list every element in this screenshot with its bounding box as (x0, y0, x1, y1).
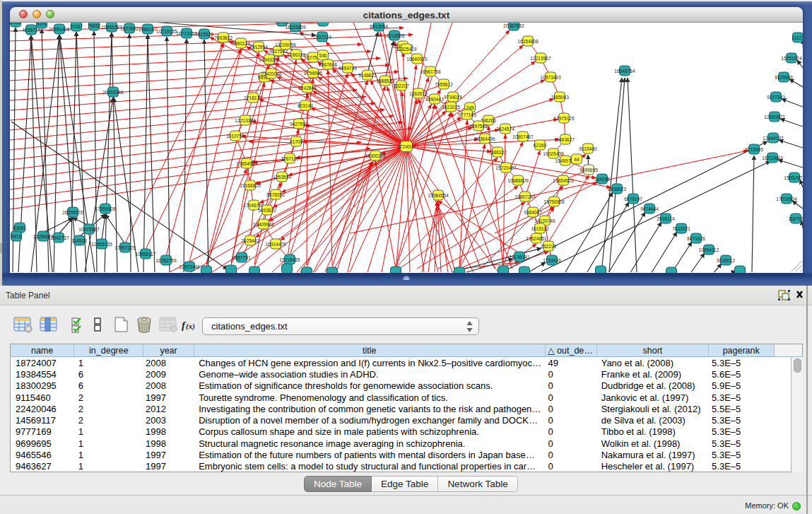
svg-text:11123: 11123 (792, 35, 803, 40)
svg-text:12213383: 12213383 (235, 118, 256, 123)
svg-text:8960124: 8960124 (232, 41, 250, 46)
svg-text:11325419: 11325419 (396, 47, 417, 52)
svg-text:20053346: 20053346 (102, 90, 124, 95)
svg-text:5493822: 5493822 (258, 208, 276, 213)
svg-text:17359928: 17359928 (95, 206, 116, 211)
svg-text:16210643: 16210643 (762, 156, 783, 160)
svg-text:12093872: 12093872 (764, 115, 785, 119)
svg-text:13654923: 13654923 (553, 178, 574, 183)
svg-text:9474444: 9474444 (640, 206, 659, 211)
svg-text:7357224: 7357224 (313, 35, 331, 40)
svg-text:12444197: 12444197 (763, 136, 784, 141)
svg-text:9427552: 9427552 (290, 122, 308, 127)
svg-text:10025438: 10025438 (543, 151, 564, 156)
svg-text:9384067: 9384067 (524, 210, 542, 215)
svg-text:7386322: 7386322 (488, 150, 507, 155)
svg-text:12942737: 12942737 (48, 235, 69, 240)
svg-text:16154808: 16154808 (517, 39, 539, 44)
svg-text:83061: 83061 (13, 226, 27, 230)
svg-text:17957225: 17957225 (114, 245, 136, 250)
svg-text:16713155: 16713155 (176, 31, 197, 36)
svg-text:18807249: 18807249 (514, 194, 536, 199)
svg-text:26206576: 26206576 (62, 210, 83, 215)
svg-text:17046766: 17046766 (243, 203, 264, 208)
svg-text:16782759: 16782759 (155, 258, 177, 263)
svg-text:10688609: 10688609 (507, 178, 529, 183)
svg-text:116753: 116753 (788, 216, 803, 221)
svg-text:5878352: 5878352 (266, 192, 285, 197)
svg-text:17016504: 17016504 (776, 197, 797, 201)
svg-text:8215955: 8215955 (745, 147, 763, 152)
svg-text:12923448: 12923448 (179, 264, 200, 269)
svg-text:2967608: 2967608 (319, 62, 337, 67)
svg-text:20691406: 20691406 (49, 27, 70, 32)
svg-text:8938923: 8938923 (608, 187, 626, 192)
svg-text:2935114: 2935114 (657, 216, 675, 221)
svg-text:15720407: 15720407 (495, 165, 517, 170)
svg-text:20364436: 20364436 (474, 136, 495, 141)
svg-text:1724007: 1724007 (397, 144, 416, 149)
svg-text:20337: 20337 (70, 24, 83, 29)
svg-text:9857791: 9857791 (233, 255, 251, 260)
svg-text:7663822: 7663822 (214, 35, 233, 40)
svg-text:14120746: 14120746 (534, 218, 555, 223)
svg-text:8990443: 8990443 (425, 97, 444, 102)
svg-text:16640910: 16640910 (406, 57, 428, 62)
svg-text:8912954: 8912954 (249, 45, 268, 49)
svg-text:1621025: 1621025 (442, 105, 460, 110)
svg-text:3624574: 3624574 (496, 127, 514, 132)
svg-text:252214: 252214 (541, 244, 556, 249)
svg-text:6497568: 6497568 (469, 124, 488, 129)
svg-text:7625402: 7625402 (241, 238, 259, 243)
svg-text:164095: 164095 (594, 177, 610, 182)
svg-text:9915: 9915 (11, 234, 22, 239)
svg-text:7632621: 7632621 (672, 226, 690, 231)
svg-text:9329966: 9329966 (775, 75, 793, 80)
svg-text:15692971: 15692971 (784, 175, 803, 180)
svg-text:19384554: 19384554 (428, 193, 449, 198)
svg-text:12975125: 12975125 (553, 116, 575, 121)
svg-text:10807487: 10807487 (512, 134, 534, 139)
svg-text:20387682: 20387682 (503, 23, 524, 28)
svg-text:8756985: 8756985 (304, 71, 322, 76)
svg-text:1353594: 1353594 (273, 175, 291, 180)
svg-text:10719155: 10719155 (156, 29, 177, 34)
svg-text:1010755: 1010755 (226, 134, 245, 139)
svg-text:10975887: 10975887 (78, 227, 100, 232)
svg-text:41700: 41700 (290, 139, 303, 144)
svg-text:16033: 16033 (276, 23, 289, 24)
svg-text:9899695: 9899695 (579, 168, 598, 173)
svg-text:19654985: 19654985 (236, 161, 257, 166)
svg-text:44: 44 (574, 157, 579, 162)
svg-text:1588520: 1588520 (376, 78, 394, 83)
svg-text:12213967: 12213967 (530, 56, 551, 61)
svg-text:8186323: 8186323 (287, 52, 305, 57)
svg-text:18409948: 18409948 (253, 222, 274, 227)
svg-text:9777169: 9777169 (458, 112, 476, 117)
svg-text:8454749: 8454749 (339, 66, 357, 71)
svg-text:(x): (x) (186, 322, 195, 331)
svg-text:19218506: 19218506 (384, 33, 405, 38)
svg-text:8813054: 8813054 (370, 24, 388, 29)
svg-text:16648784: 16648784 (614, 69, 635, 74)
svg-text:23420046: 23420046 (261, 71, 282, 76)
svg-text:8471626: 8471626 (687, 236, 705, 241)
svg-text:62160: 62160 (534, 143, 547, 148)
svg-text:7955812: 7955812 (435, 82, 453, 87)
svg-text:6879197: 6879197 (624, 197, 642, 201)
svg-text:76632: 76632 (88, 23, 101, 28)
svg-text:9227343: 9227343 (767, 95, 785, 100)
svg-text:16543362: 16543362 (259, 57, 280, 62)
svg-text:9242848: 9242848 (298, 86, 317, 90)
svg-text:245: 245 (466, 105, 473, 110)
svg-text:546: 546 (319, 53, 326, 58)
svg-text:9115460: 9115460 (579, 146, 597, 151)
svg-text:832207: 832207 (394, 83, 409, 88)
svg-text:16033809: 16033809 (285, 25, 306, 30)
svg-text:3267110: 3267110 (281, 156, 299, 161)
svg-text:7485063: 7485063 (551, 95, 569, 100)
svg-text:10958117: 10958117 (136, 252, 156, 257)
svg-text:1527602: 1527602 (120, 26, 139, 31)
svg-text:15716485: 15716485 (279, 257, 300, 262)
svg-text:12505135: 12505135 (91, 242, 112, 247)
